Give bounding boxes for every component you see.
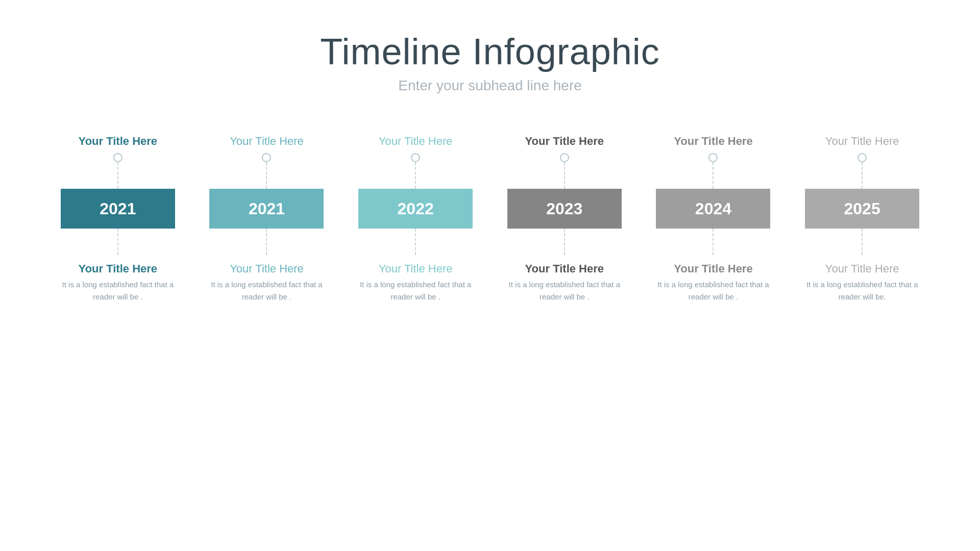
dash-top-4 bbox=[564, 162, 565, 189]
timeline-item-6: Your Title Here 2025 Your Title Here It … bbox=[793, 135, 931, 303]
dash-top-2 bbox=[266, 162, 267, 189]
dot-4 bbox=[560, 153, 569, 162]
top-title-2: Your Title Here bbox=[230, 135, 304, 148]
dash-bottom-3 bbox=[415, 229, 416, 255]
timeline-row: Your Title Here 2021 Your Title Here It … bbox=[43, 135, 937, 303]
dash-top-1 bbox=[117, 162, 118, 189]
bottom-title-3: Your Title Here bbox=[379, 262, 453, 276]
timeline-item-2: Your Title Here 2021 Your Title Here It … bbox=[198, 135, 335, 303]
top-title-5: Your Title Here bbox=[674, 135, 752, 148]
bottom-title-1: Your Title Here bbox=[79, 262, 157, 276]
bottom-title-4: Your Title Here bbox=[525, 262, 604, 276]
bottom-title-6: Your Title Here bbox=[825, 262, 899, 276]
dot-3 bbox=[411, 153, 420, 162]
timeline-item-1: Your Title Here 2021 Your Title Here It … bbox=[49, 135, 187, 303]
year-box-1: 2021 bbox=[61, 189, 175, 229]
description-5: It is a long established fact that a rea… bbox=[657, 279, 769, 303]
timeline-item-5: Your Title Here 2024 Your Title Here It … bbox=[644, 135, 782, 303]
top-title-4: Your Title Here bbox=[525, 135, 604, 148]
top-title-3: Your Title Here bbox=[379, 135, 453, 148]
description-6: It is a long established fact that a rea… bbox=[806, 279, 918, 303]
year-box-5: 2024 bbox=[656, 189, 770, 229]
top-title-1: Your Title Here bbox=[79, 135, 157, 148]
timeline-item-4: Your Title Here 2023 Your Title Here It … bbox=[496, 135, 633, 303]
dash-bottom-4 bbox=[564, 229, 565, 255]
page-header: Timeline Infographic Enter your subhead … bbox=[320, 31, 660, 94]
bottom-title-5: Your Title Here bbox=[674, 262, 752, 276]
description-4: It is a long established fact that a rea… bbox=[508, 279, 621, 303]
dot-5 bbox=[708, 153, 718, 162]
dash-bottom-6 bbox=[862, 229, 863, 255]
dot-6 bbox=[857, 153, 867, 162]
dash-top-6 bbox=[862, 162, 863, 189]
page-title: Timeline Infographic bbox=[320, 31, 660, 72]
description-1: It is a long established fact that a rea… bbox=[62, 279, 174, 303]
dash-top-3 bbox=[415, 162, 416, 189]
year-box-2: 2021 bbox=[209, 189, 324, 229]
description-3: It is a long established fact that a rea… bbox=[359, 279, 472, 303]
description-2: It is a long established fact that a rea… bbox=[210, 279, 323, 303]
top-title-6: Your Title Here bbox=[825, 135, 899, 148]
dash-bottom-1 bbox=[117, 229, 118, 255]
dash-bottom-2 bbox=[266, 229, 267, 255]
page-subtitle: Enter your subhead line here bbox=[320, 78, 660, 94]
timeline-section: Your Title Here 2021 Your Title Here It … bbox=[43, 135, 937, 303]
dot-2 bbox=[262, 153, 271, 162]
bottom-title-2: Your Title Here bbox=[230, 262, 304, 276]
timeline-item-3: Your Title Here 2022 Your Title Here It … bbox=[347, 135, 484, 303]
year-box-4: 2023 bbox=[507, 189, 622, 229]
dash-bottom-5 bbox=[713, 229, 714, 255]
dash-top-5 bbox=[713, 162, 714, 189]
year-box-6: 2025 bbox=[805, 189, 919, 229]
dot-1 bbox=[113, 153, 122, 162]
year-box-3: 2022 bbox=[358, 189, 473, 229]
